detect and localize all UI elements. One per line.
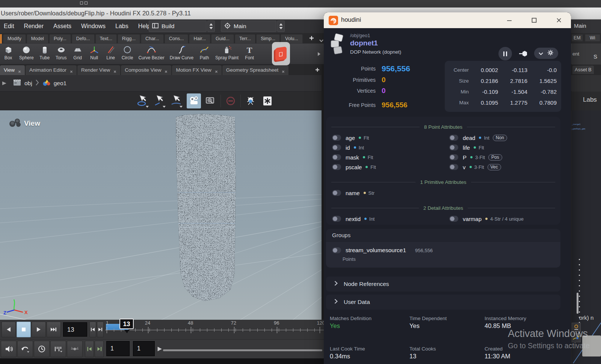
pause-updates-button[interactable] xyxy=(498,47,512,60)
attribute-visibility-toggle[interactable] xyxy=(332,154,341,160)
realtime-toggle-button[interactable] xyxy=(34,341,50,357)
playhead-flag[interactable]: 13 xyxy=(119,319,134,329)
pin-icon[interactable] xyxy=(519,50,529,59)
range-slider-track[interactable] xyxy=(163,349,322,351)
group-visibility-toggle[interactable] xyxy=(332,247,341,253)
global-range-start-field[interactable]: 1 xyxy=(106,341,130,356)
menu-render[interactable]: Render xyxy=(24,23,44,30)
shelf-tab-rigg[interactable]: Rigg... xyxy=(118,34,140,44)
desktop-selector-spinner[interactable] xyxy=(207,21,215,32)
background-asset-browser-tab[interactable]: Asset B xyxy=(572,66,594,74)
tool-font[interactable]: TFont xyxy=(241,44,258,60)
attribute-visibility-toggle[interactable] xyxy=(332,164,341,170)
menu-edit[interactable]: Edit xyxy=(4,23,14,30)
shelf-tab-defo[interactable]: Defo... xyxy=(72,34,95,44)
pane-tab-geometry-spreadsheet[interactable]: Geometry Spreadsheet xyxy=(222,65,289,75)
scene-viewport[interactable]: View X Z xyxy=(0,110,324,320)
close-icon[interactable] xyxy=(165,69,168,74)
shelf-tab-text[interactable]: Text... xyxy=(95,34,117,44)
pane-tab-view[interactable]: View xyxy=(0,65,25,75)
chevron-down-icon[interactable] xyxy=(539,50,543,57)
scene-view-spinner[interactable] xyxy=(277,21,285,32)
close-icon[interactable] xyxy=(282,69,285,74)
tool-box[interactable]: Box xyxy=(0,44,17,60)
minimize-button[interactable] xyxy=(504,15,515,26)
background-icon-button[interactable] xyxy=(572,333,581,342)
display-options-button[interactable] xyxy=(260,93,275,108)
group-row-stream_volumesource1[interactable]: stream_volumesource1 956,556 xyxy=(332,247,433,254)
flipbook-icon[interactable] xyxy=(243,93,258,108)
menu-windows[interactable]: Windows xyxy=(81,23,106,30)
keyframe-options-button[interactable] xyxy=(67,341,83,357)
menu-assets[interactable]: Assets xyxy=(53,23,71,30)
close-icon[interactable] xyxy=(113,69,116,74)
maximize-button[interactable] xyxy=(529,15,540,26)
pane-tab-motion-fx-view[interactable]: Motion FX View xyxy=(172,65,221,75)
breadcrumb-geo1[interactable]: geo1 xyxy=(42,78,66,88)
scene-view-selector[interactable]: Main xyxy=(221,21,276,32)
attribute-visibility-toggle[interactable] xyxy=(332,190,341,196)
undo-scrub-button[interactable] xyxy=(17,341,33,357)
add-shelf-tab-button[interactable] xyxy=(309,35,314,42)
camera-view-button[interactable] xyxy=(187,93,201,108)
add-pane-tab-button[interactable] xyxy=(315,67,320,74)
shelf-tab-char[interactable]: Char... xyxy=(141,34,164,44)
disable-icon[interactable] xyxy=(223,93,238,108)
background-icon-button[interactable] xyxy=(572,323,581,332)
tool-draw-curve[interactable]: Draw Curve xyxy=(167,44,196,60)
breadcrumb-obj[interactable]: obj xyxy=(13,78,32,88)
attribute-visibility-toggle[interactable] xyxy=(449,164,458,170)
tool-null[interactable]: Null xyxy=(86,44,103,60)
attribute-visibility-toggle[interactable] xyxy=(449,144,458,150)
tool-line[interactable]: Line xyxy=(103,44,119,60)
tool-curve-bezier[interactable]: Curve Bezier xyxy=(136,44,167,60)
attribute-visibility-toggle[interactable] xyxy=(332,144,341,150)
tool-circle[interactable]: Circle xyxy=(119,44,136,60)
attribute-visibility-toggle[interactable] xyxy=(449,135,458,141)
attribute-visibility-toggle[interactable] xyxy=(449,216,458,222)
tool-sphere[interactable]: Sphere xyxy=(17,44,36,60)
gear-icon[interactable] xyxy=(547,50,554,57)
range-start-button[interactable] xyxy=(85,341,94,357)
tool-spray-paint[interactable]: Spray Paint xyxy=(213,44,241,60)
pane-tab-animation-editor[interactable]: Animation Editor xyxy=(26,65,77,75)
options-pill[interactable] xyxy=(534,48,558,59)
menu-labs[interactable]: Labs xyxy=(115,23,128,30)
close-icon[interactable] xyxy=(70,69,73,74)
shelf-tab-hair[interactable]: Hair... xyxy=(189,34,210,44)
tool-path[interactable]: Path xyxy=(196,44,213,60)
tool-torus[interactable]: Torus xyxy=(53,44,69,60)
timeline-ruler[interactable]: 13 124487296120 xyxy=(0,320,324,340)
shelf-tab-poly[interactable]: Poly... xyxy=(49,34,71,44)
select-tool[interactable] xyxy=(153,93,167,108)
playback-range-start-field[interactable]: 1 xyxy=(133,341,155,356)
shelf-menu-chevron-icon[interactable] xyxy=(319,37,323,44)
close-button[interactable] xyxy=(553,15,565,26)
attribute-visibility-toggle[interactable] xyxy=(449,154,458,160)
attribute-visibility-toggle[interactable] xyxy=(332,135,341,141)
handles-tool[interactable] xyxy=(170,93,184,108)
audio-button[interactable] xyxy=(1,341,17,357)
range-slider-handle[interactable] xyxy=(157,346,163,353)
desktop-selector[interactable]: Build xyxy=(149,21,207,32)
shelf-tab-guid[interactable]: Guid... xyxy=(211,34,234,44)
node-references-section[interactable]: Node References xyxy=(326,277,560,292)
shelf-overflow-arrow-icon[interactable] xyxy=(317,51,321,58)
close-icon[interactable] xyxy=(215,69,218,74)
range-end-button[interactable] xyxy=(95,341,104,357)
user-data-section[interactable]: User Data xyxy=(326,295,560,310)
attribute-visibility-toggle[interactable] xyxy=(332,216,341,222)
shelf-tab-terr[interactable]: Terr... xyxy=(235,34,255,44)
shelf-tab-cons[interactable]: Cons... xyxy=(165,34,189,44)
shelf-tab-modify[interactable]: Modify xyxy=(3,34,26,44)
tool-tube[interactable]: Tube xyxy=(36,44,53,60)
zoom-region-button[interactable] xyxy=(204,93,218,108)
shelf-tab-model[interactable]: Model xyxy=(27,34,48,44)
tool-grid[interactable]: Grid xyxy=(69,44,86,60)
pane-tab-render-view[interactable]: Render View xyxy=(77,65,120,75)
view-orbit-tool[interactable] xyxy=(136,93,150,108)
close-icon[interactable] xyxy=(18,69,21,74)
pane-tab-composite-view[interactable]: Composite View xyxy=(121,65,171,75)
tick-display-button[interactable] xyxy=(50,341,66,357)
info-window-titlebar[interactable]: houdini xyxy=(324,12,571,28)
